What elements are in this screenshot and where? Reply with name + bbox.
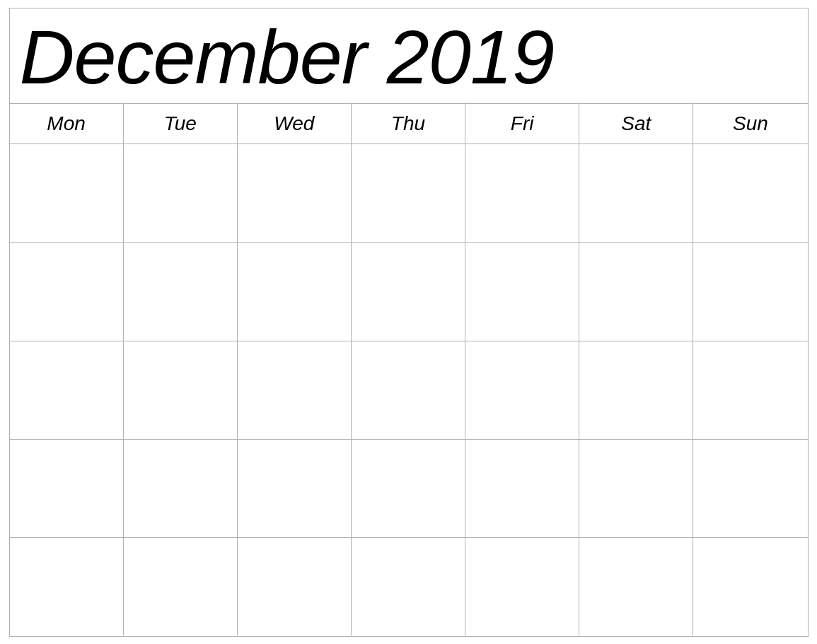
day-cell	[238, 144, 352, 242]
weeks-container	[10, 144, 808, 636]
day-cell	[579, 243, 693, 341]
day-cell	[693, 440, 807, 537]
day-cell	[465, 243, 579, 341]
day-cell	[579, 538, 693, 636]
day-cell	[124, 538, 238, 636]
calendar: December 2019 MonTueWedThuFriSatSun	[9, 8, 809, 637]
day-cell	[124, 341, 238, 439]
day-header-thu: Thu	[352, 104, 465, 144]
week-row-2	[10, 341, 808, 440]
day-cell	[352, 243, 465, 341]
day-header-fri: Fri	[465, 104, 579, 144]
day-cell	[10, 144, 124, 242]
calendar-month-year: December 2019	[20, 16, 798, 100]
day-header-sun: Sun	[693, 104, 807, 144]
day-cell	[352, 440, 465, 537]
day-cell	[10, 341, 124, 439]
day-cell	[465, 144, 579, 242]
day-cell	[238, 243, 352, 341]
week-row-4	[10, 538, 808, 636]
day-cell	[465, 538, 579, 636]
day-cell	[124, 243, 238, 341]
day-header-sat: Sat	[579, 104, 693, 144]
day-cell	[238, 341, 352, 439]
week-row-0	[10, 144, 808, 242]
day-cell	[352, 341, 465, 439]
day-cell	[10, 538, 124, 636]
day-cell	[693, 538, 807, 636]
day-cell	[10, 243, 124, 341]
day-cell	[124, 144, 238, 242]
day-cell	[352, 144, 465, 242]
day-cell	[693, 144, 807, 242]
day-cell	[579, 341, 693, 439]
day-cell	[465, 440, 579, 537]
day-cell	[579, 440, 693, 537]
day-cell	[693, 341, 807, 439]
day-cell	[693, 243, 807, 341]
day-header-wed: Wed	[238, 104, 352, 144]
day-cell	[238, 440, 352, 537]
calendar-title-section: December 2019	[10, 8, 808, 105]
day-header-mon: Mon	[10, 104, 124, 144]
day-cell	[579, 144, 693, 242]
calendar-grid: MonTueWedThuFriSatSun	[10, 104, 808, 636]
day-cell	[124, 440, 238, 537]
day-cell	[465, 341, 579, 439]
week-row-3	[10, 440, 808, 538]
day-cell	[352, 538, 465, 636]
day-headers-row: MonTueWedThuFriSatSun	[10, 104, 808, 144]
day-cell	[10, 440, 124, 537]
day-header-tue: Tue	[124, 104, 238, 144]
week-row-1	[10, 243, 808, 341]
day-cell	[238, 538, 352, 636]
